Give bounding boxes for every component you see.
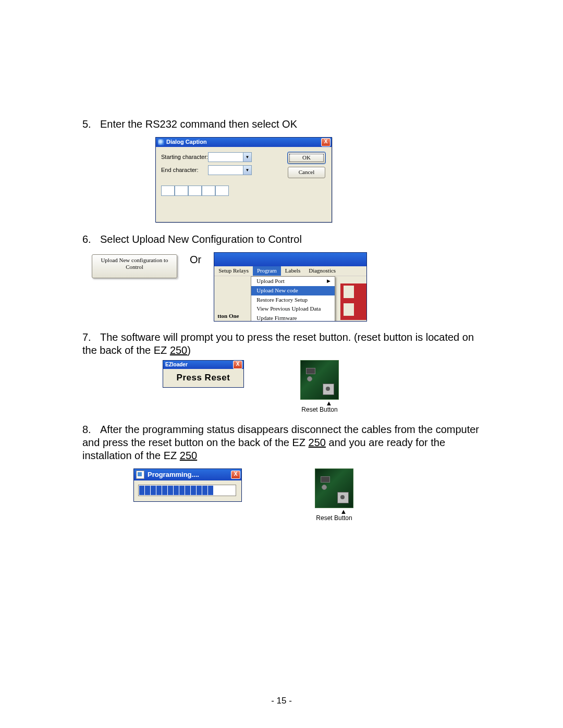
hex-input[interactable] (215, 186, 229, 196)
menu-view-previous[interactable]: View Previous Upload Data (251, 304, 335, 314)
tab-labels[interactable]: Labels (281, 266, 304, 276)
chevron-down-icon[interactable]: ▼ (243, 153, 251, 162)
menu-bar: Setup Relays Program Labels Diagnostics (214, 266, 366, 276)
content-area: 5.Enter the RS232 command then select OK… (82, 118, 489, 532)
dialog-title: Dialog Caption (166, 139, 207, 146)
dialog-caption-window: Dialog Caption X Starting character: ▼ (155, 137, 332, 223)
or-label: Or (190, 253, 201, 266)
instruction-list: 5.Enter the RS232 command then select OK… (82, 118, 489, 522)
hex-byte-row (161, 186, 326, 196)
menu-upload-port[interactable]: Upload Port▶ (251, 277, 335, 286)
document-page: 5.Enter the RS232 command then select OK… (0, 0, 563, 728)
programming-window: Programming.... X (133, 468, 242, 502)
reset-button-hw (323, 384, 334, 395)
model-link[interactable]: 250 (309, 437, 326, 448)
tab-program[interactable]: Program (253, 266, 281, 276)
reset-button-photo: ▲ Reset Button (300, 360, 339, 414)
starting-char-label: Starting character: (161, 154, 208, 161)
ezloader-titlebar: EZloader X (163, 361, 243, 369)
dialog-titlebar: Dialog Caption X (156, 138, 332, 147)
submenu-arrow-icon: ▶ (327, 278, 331, 284)
step-5: 5.Enter the RS232 command then select OK… (82, 118, 489, 223)
step-8: 8.After the programming status disappear… (82, 423, 489, 522)
step-7: 7.The software will prompt you to press … (82, 331, 489, 414)
programming-title: Programming.... (148, 471, 199, 479)
close-icon[interactable]: X (233, 361, 242, 369)
press-reset-label: Press Reset (163, 369, 243, 387)
step-text: Enter the RS232 command then select OK (100, 118, 297, 130)
starting-char-combo[interactable]: ▼ (208, 152, 252, 162)
hex-input[interactable] (188, 186, 202, 196)
program-dropdown-menu: Upload Port▶ Upload New code Restore Fac… (251, 276, 335, 321)
tab-diagnostics[interactable]: Diagnostics (304, 266, 340, 276)
program-menu-screenshot: Setup Relays Program Labels Diagnostics … (214, 252, 367, 322)
menu-upload-new-code[interactable]: Upload New code (251, 286, 335, 295)
ezloader-title: EZloader (165, 362, 188, 368)
pcb-image (315, 468, 353, 508)
step-text: After the programming status disappears … (82, 424, 479, 461)
pcb-image (300, 360, 339, 400)
chevron-down-icon[interactable]: ▼ (243, 166, 251, 175)
step-number: 7. (82, 331, 100, 344)
app-icon (136, 471, 144, 479)
menu-update-firmware[interactable]: Update Firmware (251, 314, 335, 321)
step-number: 5. (82, 118, 100, 131)
close-icon[interactable]: X (321, 138, 331, 146)
programming-titlebar: Programming.... X (134, 469, 241, 480)
logo-fragment (340, 283, 366, 320)
ezloader-window: EZloader X Press Reset (163, 360, 244, 388)
upload-new-config-button[interactable]: Upload New configuration to Control (92, 254, 177, 278)
cropped-label: tton One (217, 313, 239, 320)
tab-setup-relays[interactable]: Setup Relays (214, 266, 253, 276)
step-6: 6.Select Upload New Configuration to Con… (82, 233, 489, 322)
model-link[interactable]: 250 (170, 344, 187, 356)
hex-input[interactable] (161, 186, 175, 196)
reset-button-caption: Reset Button (300, 406, 339, 414)
end-char-label: End character: (161, 167, 208, 174)
close-icon[interactable]: X (231, 471, 240, 479)
hex-input[interactable] (175, 186, 188, 196)
page-number: - 15 - (0, 696, 563, 706)
menu-restore-factory[interactable]: Restore Factory Setup (251, 295, 335, 305)
reset-button-photo: ▲ Reset Button (315, 468, 353, 522)
end-char-combo[interactable]: ▼ (208, 165, 252, 175)
app-icon (158, 139, 164, 145)
arrow-up-icon: ▲ (319, 401, 339, 406)
ok-button[interactable]: OK (288, 152, 325, 164)
reset-button-hw (337, 492, 349, 503)
dialog-body: Starting character: ▼ End character: ▼ (156, 147, 332, 222)
step-text: The software will prompt you to press th… (82, 331, 474, 356)
hex-input[interactable] (202, 186, 215, 196)
arrow-up-icon: ▲ (334, 509, 353, 514)
step-text: Select Upload New Configuration to Contr… (100, 233, 302, 245)
window-titlebar (214, 253, 366, 266)
step-number: 8. (82, 423, 100, 436)
cancel-button[interactable]: Cancel (288, 167, 325, 178)
step-number: 6. (82, 233, 100, 246)
model-link[interactable]: 250 (180, 450, 197, 461)
reset-button-caption: Reset Button (315, 514, 353, 522)
progress-bar (138, 485, 236, 496)
